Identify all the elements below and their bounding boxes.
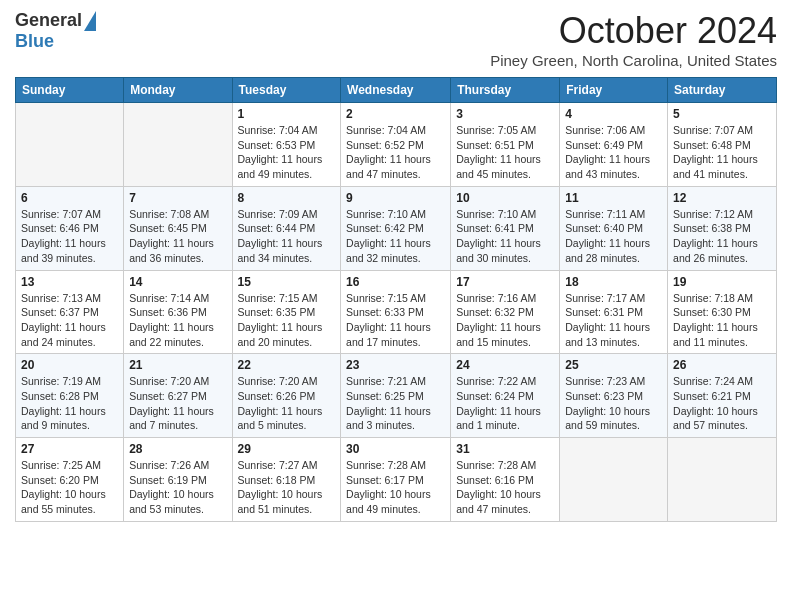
calendar-cell: 26Sunrise: 7:24 AMSunset: 6:21 PMDayligh… bbox=[668, 354, 777, 438]
day-info: Sunrise: 7:14 AMSunset: 6:36 PMDaylight:… bbox=[129, 291, 226, 350]
day-info: Sunrise: 7:12 AMSunset: 6:38 PMDaylight:… bbox=[673, 207, 771, 266]
calendar-cell bbox=[124, 103, 232, 187]
day-number: 12 bbox=[673, 191, 771, 205]
day-number: 24 bbox=[456, 358, 554, 372]
weekday-header-thursday: Thursday bbox=[451, 78, 560, 103]
day-info: Sunrise: 7:10 AMSunset: 6:42 PMDaylight:… bbox=[346, 207, 445, 266]
calendar-cell: 29Sunrise: 7:27 AMSunset: 6:18 PMDayligh… bbox=[232, 438, 341, 522]
calendar-cell: 20Sunrise: 7:19 AMSunset: 6:28 PMDayligh… bbox=[16, 354, 124, 438]
day-number: 17 bbox=[456, 275, 554, 289]
day-number: 20 bbox=[21, 358, 118, 372]
title-section: October 2024 Piney Green, North Carolina… bbox=[490, 10, 777, 69]
day-number: 29 bbox=[238, 442, 336, 456]
day-info: Sunrise: 7:19 AMSunset: 6:28 PMDaylight:… bbox=[21, 374, 118, 433]
calendar-cell: 7Sunrise: 7:08 AMSunset: 6:45 PMDaylight… bbox=[124, 186, 232, 270]
day-info: Sunrise: 7:15 AMSunset: 6:35 PMDaylight:… bbox=[238, 291, 336, 350]
weekday-header-tuesday: Tuesday bbox=[232, 78, 341, 103]
calendar-week-row: 6Sunrise: 7:07 AMSunset: 6:46 PMDaylight… bbox=[16, 186, 777, 270]
day-number: 28 bbox=[129, 442, 226, 456]
day-info: Sunrise: 7:17 AMSunset: 6:31 PMDaylight:… bbox=[565, 291, 662, 350]
day-number: 27 bbox=[21, 442, 118, 456]
day-info: Sunrise: 7:28 AMSunset: 6:17 PMDaylight:… bbox=[346, 458, 445, 517]
calendar-cell: 23Sunrise: 7:21 AMSunset: 6:25 PMDayligh… bbox=[341, 354, 451, 438]
weekday-header-saturday: Saturday bbox=[668, 78, 777, 103]
day-number: 31 bbox=[456, 442, 554, 456]
calendar-cell: 22Sunrise: 7:20 AMSunset: 6:26 PMDayligh… bbox=[232, 354, 341, 438]
day-info: Sunrise: 7:10 AMSunset: 6:41 PMDaylight:… bbox=[456, 207, 554, 266]
day-info: Sunrise: 7:11 AMSunset: 6:40 PMDaylight:… bbox=[565, 207, 662, 266]
day-number: 15 bbox=[238, 275, 336, 289]
day-info: Sunrise: 7:06 AMSunset: 6:49 PMDaylight:… bbox=[565, 123, 662, 182]
day-info: Sunrise: 7:22 AMSunset: 6:24 PMDaylight:… bbox=[456, 374, 554, 433]
day-info: Sunrise: 7:27 AMSunset: 6:18 PMDaylight:… bbox=[238, 458, 336, 517]
day-number: 13 bbox=[21, 275, 118, 289]
calendar-cell: 4Sunrise: 7:06 AMSunset: 6:49 PMDaylight… bbox=[560, 103, 668, 187]
calendar-week-row: 1Sunrise: 7:04 AMSunset: 6:53 PMDaylight… bbox=[16, 103, 777, 187]
day-info: Sunrise: 7:07 AMSunset: 6:46 PMDaylight:… bbox=[21, 207, 118, 266]
calendar-cell bbox=[560, 438, 668, 522]
day-info: Sunrise: 7:20 AMSunset: 6:26 PMDaylight:… bbox=[238, 374, 336, 433]
day-info: Sunrise: 7:23 AMSunset: 6:23 PMDaylight:… bbox=[565, 374, 662, 433]
day-number: 14 bbox=[129, 275, 226, 289]
calendar-cell: 18Sunrise: 7:17 AMSunset: 6:31 PMDayligh… bbox=[560, 270, 668, 354]
calendar-cell: 17Sunrise: 7:16 AMSunset: 6:32 PMDayligh… bbox=[451, 270, 560, 354]
day-info: Sunrise: 7:16 AMSunset: 6:32 PMDaylight:… bbox=[456, 291, 554, 350]
day-info: Sunrise: 7:26 AMSunset: 6:19 PMDaylight:… bbox=[129, 458, 226, 517]
day-info: Sunrise: 7:07 AMSunset: 6:48 PMDaylight:… bbox=[673, 123, 771, 182]
calendar-cell: 3Sunrise: 7:05 AMSunset: 6:51 PMDaylight… bbox=[451, 103, 560, 187]
calendar-cell: 12Sunrise: 7:12 AMSunset: 6:38 PMDayligh… bbox=[668, 186, 777, 270]
weekday-header-friday: Friday bbox=[560, 78, 668, 103]
day-number: 3 bbox=[456, 107, 554, 121]
calendar-cell: 1Sunrise: 7:04 AMSunset: 6:53 PMDaylight… bbox=[232, 103, 341, 187]
day-number: 10 bbox=[456, 191, 554, 205]
day-info: Sunrise: 7:15 AMSunset: 6:33 PMDaylight:… bbox=[346, 291, 445, 350]
day-number: 9 bbox=[346, 191, 445, 205]
day-info: Sunrise: 7:04 AMSunset: 6:53 PMDaylight:… bbox=[238, 123, 336, 182]
calendar-cell: 10Sunrise: 7:10 AMSunset: 6:41 PMDayligh… bbox=[451, 186, 560, 270]
calendar-cell: 11Sunrise: 7:11 AMSunset: 6:40 PMDayligh… bbox=[560, 186, 668, 270]
day-number: 1 bbox=[238, 107, 336, 121]
day-number: 23 bbox=[346, 358, 445, 372]
calendar-cell bbox=[668, 438, 777, 522]
calendar-week-row: 13Sunrise: 7:13 AMSunset: 6:37 PMDayligh… bbox=[16, 270, 777, 354]
logo: General Blue bbox=[15, 10, 96, 52]
calendar-cell: 6Sunrise: 7:07 AMSunset: 6:46 PMDaylight… bbox=[16, 186, 124, 270]
day-info: Sunrise: 7:20 AMSunset: 6:27 PMDaylight:… bbox=[129, 374, 226, 433]
calendar-cell bbox=[16, 103, 124, 187]
day-number: 7 bbox=[129, 191, 226, 205]
day-number: 18 bbox=[565, 275, 662, 289]
weekday-header-row: SundayMondayTuesdayWednesdayThursdayFrid… bbox=[16, 78, 777, 103]
day-number: 4 bbox=[565, 107, 662, 121]
calendar-cell: 31Sunrise: 7:28 AMSunset: 6:16 PMDayligh… bbox=[451, 438, 560, 522]
location-text: Piney Green, North Carolina, United Stat… bbox=[490, 52, 777, 69]
day-number: 22 bbox=[238, 358, 336, 372]
calendar-cell: 28Sunrise: 7:26 AMSunset: 6:19 PMDayligh… bbox=[124, 438, 232, 522]
day-info: Sunrise: 7:05 AMSunset: 6:51 PMDaylight:… bbox=[456, 123, 554, 182]
page-header: General Blue October 2024 Piney Green, N… bbox=[15, 10, 777, 69]
calendar-week-row: 27Sunrise: 7:25 AMSunset: 6:20 PMDayligh… bbox=[16, 438, 777, 522]
day-number: 21 bbox=[129, 358, 226, 372]
day-info: Sunrise: 7:04 AMSunset: 6:52 PMDaylight:… bbox=[346, 123, 445, 182]
day-number: 6 bbox=[21, 191, 118, 205]
logo-general-text: General bbox=[15, 10, 82, 31]
day-number: 25 bbox=[565, 358, 662, 372]
calendar-cell: 8Sunrise: 7:09 AMSunset: 6:44 PMDaylight… bbox=[232, 186, 341, 270]
day-number: 30 bbox=[346, 442, 445, 456]
calendar-cell: 19Sunrise: 7:18 AMSunset: 6:30 PMDayligh… bbox=[668, 270, 777, 354]
day-number: 19 bbox=[673, 275, 771, 289]
day-info: Sunrise: 7:18 AMSunset: 6:30 PMDaylight:… bbox=[673, 291, 771, 350]
day-info: Sunrise: 7:25 AMSunset: 6:20 PMDaylight:… bbox=[21, 458, 118, 517]
day-info: Sunrise: 7:28 AMSunset: 6:16 PMDaylight:… bbox=[456, 458, 554, 517]
day-number: 5 bbox=[673, 107, 771, 121]
weekday-header-wednesday: Wednesday bbox=[341, 78, 451, 103]
day-info: Sunrise: 7:13 AMSunset: 6:37 PMDaylight:… bbox=[21, 291, 118, 350]
calendar-cell: 21Sunrise: 7:20 AMSunset: 6:27 PMDayligh… bbox=[124, 354, 232, 438]
month-title: October 2024 bbox=[490, 10, 777, 52]
day-number: 16 bbox=[346, 275, 445, 289]
calendar-cell: 15Sunrise: 7:15 AMSunset: 6:35 PMDayligh… bbox=[232, 270, 341, 354]
calendar-cell: 25Sunrise: 7:23 AMSunset: 6:23 PMDayligh… bbox=[560, 354, 668, 438]
calendar-week-row: 20Sunrise: 7:19 AMSunset: 6:28 PMDayligh… bbox=[16, 354, 777, 438]
calendar-cell: 30Sunrise: 7:28 AMSunset: 6:17 PMDayligh… bbox=[341, 438, 451, 522]
day-number: 26 bbox=[673, 358, 771, 372]
day-number: 11 bbox=[565, 191, 662, 205]
